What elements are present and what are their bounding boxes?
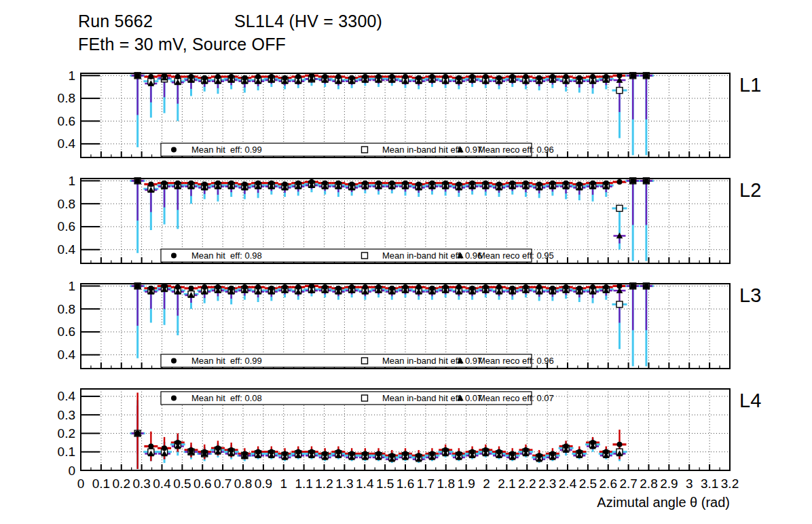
data-point: [157, 181, 172, 225]
data-point: [612, 283, 627, 349]
panel-l4: 00.10.20.30.4Mean hit eff: 0.08Mean in-b…: [58, 389, 762, 478]
data-point: [639, 282, 654, 366]
data-point: [411, 75, 426, 90]
data-point: [237, 448, 252, 461]
x-tick-label: 2.7: [619, 476, 637, 491]
data-point: [585, 284, 600, 303]
data-point: [224, 286, 239, 305]
data-point: [291, 447, 306, 460]
data-point: [130, 177, 145, 252]
x-tick-label: 0.7: [214, 476, 232, 491]
data-point: [264, 286, 279, 301]
x-tick-label: 0.4: [153, 476, 171, 491]
x-tick-label: 0.6: [193, 476, 211, 491]
hit-marker: [162, 445, 167, 451]
data-point: [424, 448, 439, 461]
legend-label: Mean in-band hit eff: 0.97: [382, 356, 482, 366]
y-tick-label: 0.4: [58, 348, 76, 362]
data-point: [384, 74, 399, 86]
x-tick-label: 3.2: [721, 476, 739, 491]
data-point: [532, 284, 547, 301]
data-point: [278, 75, 293, 90]
data-point: [424, 74, 439, 87]
legend: Mean hit eff: 0.08Mean in-band hit eff: …: [161, 392, 554, 405]
y-tick-label: 0.1: [58, 445, 75, 459]
hit-marker: [148, 74, 153, 79]
y-tick-label: 0.4: [58, 389, 76, 403]
data-point: [492, 284, 506, 300]
data-point: [170, 181, 185, 229]
hit-marker: [148, 444, 153, 449]
x-tick-label: 0.5: [173, 476, 191, 491]
y-tick-label: 0.8: [58, 91, 75, 105]
data-point: [210, 181, 225, 202]
data-point: [625, 282, 640, 366]
data-point: [532, 75, 547, 90]
data-point: [371, 74, 386, 87]
data-point: [451, 75, 466, 90]
data-point: [585, 437, 600, 452]
data-point: [157, 73, 172, 113]
data-point: [398, 181, 413, 196]
inband-marker: [362, 147, 368, 153]
x-tick-label: 0: [77, 476, 85, 491]
panel-label: L2: [739, 179, 761, 201]
y-tick-label: 1: [68, 69, 75, 83]
data-series: [130, 282, 654, 366]
data-point: [304, 73, 319, 86]
data-point: [224, 443, 239, 460]
inband-marker: [362, 358, 368, 364]
data-point: [291, 181, 306, 196]
x-axis-labels: 00.10.20.30.40.50.60.70.80.911.11.21.31.…: [77, 476, 739, 510]
data-point: [478, 445, 493, 457]
inband-marker: [616, 301, 623, 307]
legend-label: Mean reco eff: 0.07: [478, 393, 554, 403]
y-tick-label: 0.6: [58, 219, 75, 233]
data-point: [572, 447, 587, 460]
x-tick-label: 0.8: [234, 476, 252, 491]
data-point: [545, 74, 560, 88]
x-tick-label: 1.7: [417, 476, 435, 491]
inband-marker: [616, 205, 623, 211]
data-point: [465, 181, 480, 195]
legend-label: Mean in-band hit eff: 0.07: [382, 393, 482, 403]
data-point: [278, 181, 293, 197]
inband-marker: [616, 88, 623, 94]
data-point: [157, 283, 172, 324]
x-tick-label: 0.2: [113, 476, 130, 491]
legend-label: Mean hit eff: 0.08: [191, 393, 262, 403]
data-point: [451, 284, 466, 300]
data-point: [599, 74, 614, 89]
y-tick-label: 0.8: [58, 197, 75, 211]
data-point: [518, 284, 533, 297]
data-series: [130, 72, 654, 155]
data-point: [304, 179, 319, 192]
data-point: [612, 430, 627, 461]
data-point: [264, 447, 279, 460]
data-point: [612, 179, 627, 250]
root-canvas: Run 5662 SL1L4 (HV = 3300) FEth = 30 mV,…: [0, 0, 812, 524]
data-point: [451, 448, 466, 461]
data-point: [465, 74, 480, 87]
legend-label: Mean in-band hit eff: 0.97: [382, 145, 482, 155]
data-point: [237, 181, 252, 199]
hit-marker: [148, 181, 153, 187]
data-point: [559, 284, 574, 299]
legend-label: Mean in-band hit eff: 0.96: [382, 250, 482, 261]
x-tick-label: 3.1: [701, 476, 718, 491]
data-point: [344, 181, 359, 195]
data-point: [478, 74, 493, 88]
x-tick-label: 2.1: [498, 476, 515, 491]
data-point: [585, 181, 600, 202]
data-point: [599, 447, 614, 460]
data-point: [492, 75, 506, 90]
data-point: [438, 284, 453, 297]
data-point: [143, 181, 158, 230]
data-point: [572, 286, 587, 302]
data-point: [143, 286, 158, 323]
data-point: [331, 181, 346, 197]
y-tick-label: 0.3: [58, 408, 75, 422]
y-tick-label: 0.2: [58, 426, 75, 441]
data-point: [237, 75, 252, 93]
y-tick-label: 0.6: [58, 114, 75, 128]
